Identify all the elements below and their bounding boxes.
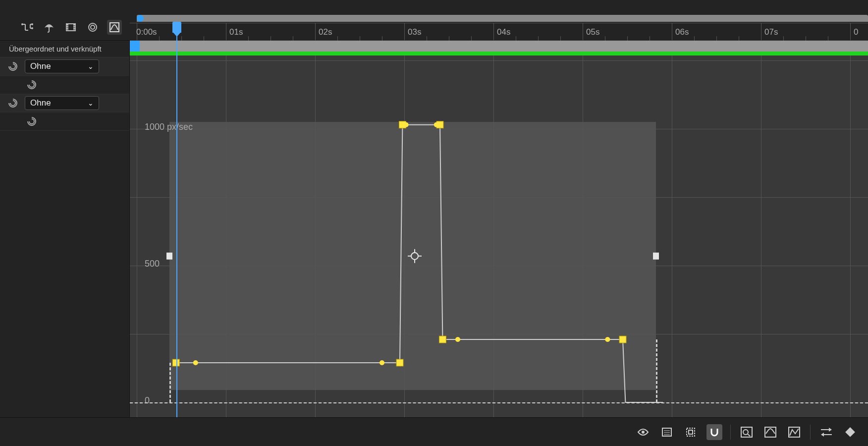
- svg-point-1: [31, 23, 33, 25]
- graph-value-icon[interactable]: [762, 424, 778, 440]
- keyframe-marker[interactable]: [619, 336, 626, 343]
- time-tick-label: 06s: [675, 27, 689, 37]
- time-navigator[interactable]: [137, 15, 868, 22]
- bounds-icon[interactable]: [683, 424, 699, 440]
- bezier-handle[interactable]: [434, 122, 439, 127]
- svg-rect-18: [662, 428, 671, 436]
- time-tick: 04s: [493, 23, 494, 40]
- tool-icon-group: [20, 20, 122, 35]
- parent-link-header: Übergeordnet und verknüpft: [0, 41, 129, 57]
- time-tick: 02s: [315, 23, 316, 40]
- filmstrip-icon[interactable]: [63, 20, 78, 35]
- svg-point-10: [91, 25, 95, 29]
- parent-link-panel: Übergeordnet und verknüpft Ohne ⌄ Ohne ⌄: [0, 41, 130, 417]
- center-crosshair-icon[interactable]: [408, 249, 422, 263]
- parent-dropdown[interactable]: Ohne ⌄: [25, 96, 99, 110]
- svg-rect-23: [689, 430, 693, 434]
- parent-dropdown-value: Ohne: [30, 98, 51, 108]
- region-handle[interactable]: [166, 253, 172, 260]
- time-ruler[interactable]: 0:00s01s02s03s04s05s06s07s0: [130, 23, 868, 41]
- time-navigator-handle[interactable]: [137, 15, 144, 22]
- graph-editor-icon[interactable]: [107, 20, 122, 35]
- toolbar-divider: [730, 425, 731, 440]
- fit-icon[interactable]: [739, 424, 755, 440]
- parent-dropdown-value: Ohne: [30, 61, 51, 71]
- time-tick-label: 03s: [408, 27, 421, 37]
- svg-point-9: [89, 23, 97, 31]
- region-handle[interactable]: [653, 253, 659, 260]
- chevron-down-icon: ⌄: [88, 99, 94, 107]
- svg-point-25: [743, 430, 748, 435]
- svg-point-17: [642, 431, 645, 434]
- time-tick: 01s: [226, 23, 226, 40]
- snap-icon[interactable]: [706, 424, 722, 440]
- visibility-icon[interactable]: [635, 424, 651, 440]
- svg-rect-11: [110, 23, 119, 32]
- timeline-ruler-area: 0:00s01s02s03s04s05s06s07s0: [130, 0, 868, 41]
- svg-rect-33: [845, 427, 855, 437]
- time-tick: 05s: [583, 23, 583, 40]
- bezier-handle[interactable]: [193, 360, 198, 365]
- keyframe-marker[interactable]: [396, 359, 403, 366]
- graph-speed-icon[interactable]: [786, 424, 802, 440]
- parent-row: Ohne ⌄: [0, 94, 129, 112]
- keyframe-marker[interactable]: [439, 336, 446, 343]
- parent-row: [0, 76, 129, 94]
- svg-point-0: [21, 23, 23, 25]
- svg-marker-32: [821, 433, 824, 437]
- time-tick: 0: [850, 23, 851, 40]
- parent-dropdown[interactable]: Ohne ⌄: [25, 59, 99, 73]
- speed-curve-svg: [130, 56, 868, 417]
- time-tick-label: 0:00s: [136, 27, 157, 37]
- time-tick: 03s: [404, 23, 405, 40]
- cached-preview-bar: [130, 52, 868, 56]
- time-tick: 0:00s: [137, 23, 137, 40]
- parent-row: [0, 112, 129, 131]
- svg-point-2: [31, 27, 33, 29]
- bezier-handle[interactable]: [455, 337, 460, 342]
- pickwhip-icon[interactable]: [25, 78, 39, 92]
- keyframe-marker[interactable]: [172, 359, 179, 366]
- bezier-handle[interactable]: [380, 360, 384, 365]
- speed-curve[interactable]: [176, 125, 663, 402]
- pickwhip-icon[interactable]: [6, 96, 20, 110]
- svg-rect-22: [687, 428, 695, 436]
- umbrella-icon[interactable]: [42, 20, 56, 35]
- time-tick: 06s: [672, 23, 672, 40]
- graph-editor[interactable]: 1000 px/sec5000: [130, 56, 868, 417]
- bottom-toolbar: [0, 417, 868, 446]
- chevron-down-icon: ⌄: [88, 62, 94, 70]
- ease-icon[interactable]: [818, 424, 834, 440]
- time-tick-label: 05s: [586, 27, 599, 37]
- work-area-bar[interactable]: [130, 41, 868, 52]
- time-tick-label: 01s: [229, 27, 243, 37]
- pickwhip-icon[interactable]: [6, 59, 20, 73]
- bezier-handle[interactable]: [404, 122, 409, 127]
- svg-point-12: [411, 253, 418, 260]
- list-icon[interactable]: [659, 424, 675, 440]
- work-area-start-handle[interactable]: [130, 41, 140, 52]
- toolbar-divider: [810, 425, 811, 440]
- svg-marker-30: [829, 428, 832, 432]
- time-tick-label: 0: [854, 27, 858, 37]
- time-tick-label: 07s: [764, 27, 778, 37]
- circle-icon[interactable]: [85, 20, 100, 35]
- keyframe-icon[interactable]: [842, 424, 858, 440]
- pickwhip-icon[interactable]: [25, 114, 39, 128]
- time-tick-label: 04s: [497, 27, 510, 37]
- flow-icon[interactable]: [20, 20, 35, 35]
- time-tick: 07s: [761, 23, 761, 40]
- svg-line-26: [748, 434, 750, 436]
- time-tick-label: 02s: [319, 27, 332, 37]
- parent-row: Ohne ⌄: [0, 57, 129, 76]
- bezier-handle[interactable]: [605, 337, 610, 342]
